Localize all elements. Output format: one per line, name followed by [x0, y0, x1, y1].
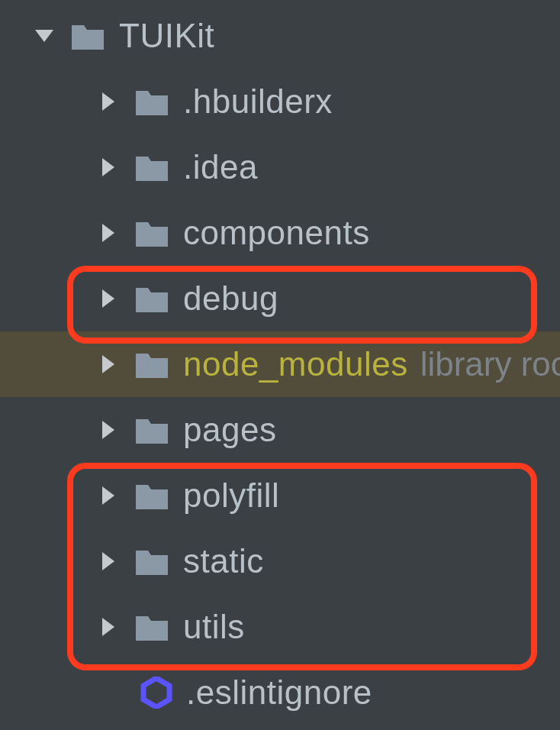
tree-item-label: polyfill: [183, 476, 279, 515]
tree-item-eslintignore[interactable]: .eslintignore: [0, 660, 560, 725]
folder-icon: [134, 546, 169, 577]
tree-item-static[interactable]: static: [0, 528, 560, 594]
tree-item-idea[interactable]: .idea: [0, 134, 560, 200]
chevron-right-icon: [96, 418, 121, 442]
svg-marker-6: [102, 421, 114, 439]
folder-icon: [134, 415, 169, 445]
folder-icon: [134, 152, 169, 182]
tree-item-label: .hbuilderx: [183, 82, 333, 121]
chevron-right-icon: [96, 615, 121, 639]
svg-marker-7: [102, 486, 114, 505]
tree-item-label: static: [183, 542, 264, 580]
project-tree: TUIKit .hbuilderx .idea components: [0, 0, 560, 730]
hexagon-file-icon: [140, 677, 172, 709]
svg-marker-5: [102, 355, 114, 373]
tree-item-root[interactable]: TUIKit: [0, 3, 560, 69]
tree-item-label: pages: [183, 411, 276, 449]
folder-icon: [134, 612, 169, 642]
chevron-right-icon: [96, 89, 121, 114]
folder-icon: [134, 349, 169, 380]
tree-item-pages[interactable]: pages: [0, 397, 560, 463]
tree-item-polyfill[interactable]: polyfill: [0, 463, 560, 528]
chevron-right-icon: [96, 483, 121, 508]
chevron-right-icon: [96, 221, 121, 245]
folder-icon: [134, 283, 169, 314]
tree-item-label: .eslintignore: [186, 673, 372, 712]
tree-item-label: utils: [183, 608, 245, 646]
tree-item-suffix: library root: [420, 345, 560, 383]
svg-marker-3: [102, 224, 114, 242]
tree-item-label: TUIKit: [119, 17, 214, 55]
tree-item-debug[interactable]: debug: [0, 266, 560, 331]
svg-marker-1: [102, 92, 114, 111]
chevron-right-icon: [96, 352, 121, 376]
chevron-down-icon: [32, 24, 56, 48]
tree-item-node-modules[interactable]: node_modules library root: [0, 331, 560, 397]
tree-item-utils[interactable]: utils: [0, 594, 560, 660]
tree-item-label: node_modules: [183, 345, 408, 383]
folder-icon: [70, 21, 105, 51]
tree-item-label: .idea: [183, 148, 258, 186]
tree-item-label: debug: [183, 279, 278, 318]
svg-marker-2: [102, 158, 114, 176]
svg-marker-0: [35, 30, 53, 42]
tree-item-hbuilderx[interactable]: .hbuilderx: [0, 69, 560, 134]
folder-icon: [134, 86, 169, 117]
chevron-right-icon: [96, 549, 121, 573]
svg-marker-4: [102, 289, 114, 308]
chevron-right-icon: [96, 286, 121, 311]
svg-marker-8: [102, 552, 114, 570]
folder-icon: [134, 218, 169, 248]
tree-item-components[interactable]: components: [0, 200, 560, 266]
chevron-right-icon: [96, 155, 121, 179]
tree-item-label: components: [183, 214, 370, 252]
folder-icon: [134, 480, 169, 511]
svg-marker-10: [143, 678, 169, 707]
tree-item-eslintrc[interactable]: .eslintrc.js: [0, 725, 560, 730]
svg-marker-9: [102, 618, 114, 636]
